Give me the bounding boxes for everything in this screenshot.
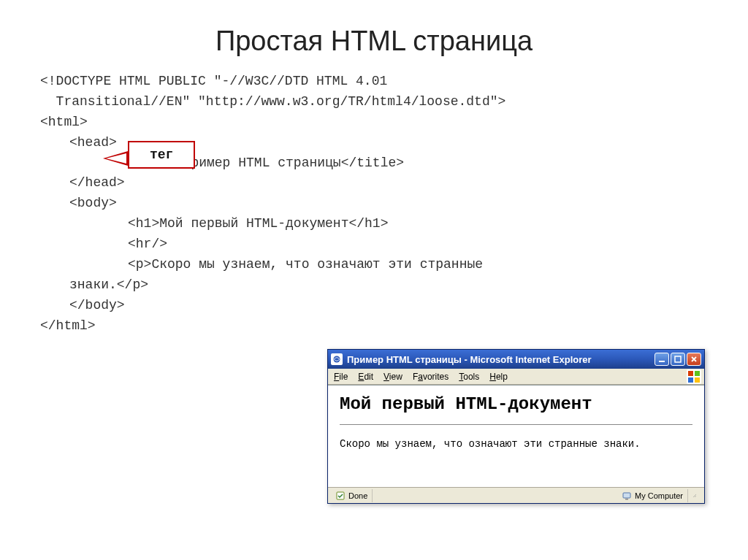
code-line-body-open: <body>: [40, 193, 708, 214]
code-line-p2: знаки.</p>: [40, 275, 708, 296]
page-hr: [340, 424, 692, 425]
svg-rect-2: [675, 356, 681, 362]
code-line-p: <p>Скоро мы узнаем, что означают эти стр…: [40, 255, 708, 275]
minimize-button[interactable]: [654, 353, 669, 366]
computer-icon: [622, 491, 632, 501]
svg-rect-6: [688, 377, 693, 383]
slide-title: Простая HTML страница: [0, 0, 748, 72]
page-paragraph: Скоро мы узнаем, что означают эти странн…: [340, 438, 692, 450]
svg-rect-4: [688, 371, 693, 376]
code-line-html-open: <html>: [40, 112, 708, 133]
browser-content: Мой первый HTML-документ Скоро мы узнаем…: [328, 385, 704, 487]
svg-rect-9: [623, 493, 630, 498]
menu-favorites[interactable]: Favorites: [413, 372, 449, 382]
menu-edit[interactable]: Edit: [358, 372, 373, 382]
callout-pointer-icon: [103, 151, 128, 166]
svg-rect-1: [659, 361, 665, 362]
browser-title-text: Пример HTML страницы - Microsoft Interne…: [347, 354, 654, 365]
code-line-doctype: <!DOCTYPE HTML PUBLIC "-//W3C//DTD HTML …: [40, 72, 708, 92]
code-line-hr: <hr/>: [40, 234, 708, 255]
close-button[interactable]: [687, 353, 701, 366]
status-zone: My Computer: [617, 489, 688, 502]
status-done: Done: [331, 489, 373, 502]
ie-logo-icon: [687, 369, 701, 384]
maximize-button[interactable]: [671, 353, 685, 366]
page-heading: Мой первый HTML-документ: [340, 394, 692, 414]
menu-view[interactable]: View: [383, 372, 402, 382]
browser-menubar: File Edit View Favorites Tools Help: [328, 369, 704, 385]
svg-rect-10: [625, 499, 628, 500]
status-zone-label: My Computer: [635, 491, 683, 500]
status-done-label: Done: [348, 491, 367, 500]
resize-grip-icon[interactable]: [688, 489, 701, 502]
code-block: <!DOCTYPE HTML PUBLIC "-//W3C//DTD HTML …: [0, 72, 748, 337]
callout-label: тег: [128, 141, 195, 169]
code-line-html-close: </html>: [40, 316, 708, 337]
svg-rect-5: [695, 371, 700, 376]
menu-tools[interactable]: Tools: [459, 372, 479, 382]
code-line-doctype2: Transitional//EN" "http://www.w3.org/TR/…: [40, 92, 708, 112]
browser-window: Пример HTML страницы - Microsoft Interne…: [327, 349, 705, 504]
browser-statusbar: Done My Computer: [328, 487, 704, 503]
menu-help[interactable]: Help: [489, 372, 508, 382]
svg-rect-7: [695, 377, 700, 383]
svg-point-0: [334, 356, 340, 363]
code-line-head-close: </head>: [40, 173, 708, 193]
ie-page-icon: [331, 353, 343, 365]
menu-file[interactable]: File: [334, 372, 348, 382]
code-line-h1: <h1>Мой первый HTML-документ</h1>: [40, 214, 708, 234]
callout-tag: тег: [128, 141, 195, 169]
done-icon: [335, 491, 346, 501]
code-line-body-close: </body>: [40, 296, 708, 316]
browser-titlebar[interactable]: Пример HTML страницы - Microsoft Interne…: [328, 350, 704, 369]
